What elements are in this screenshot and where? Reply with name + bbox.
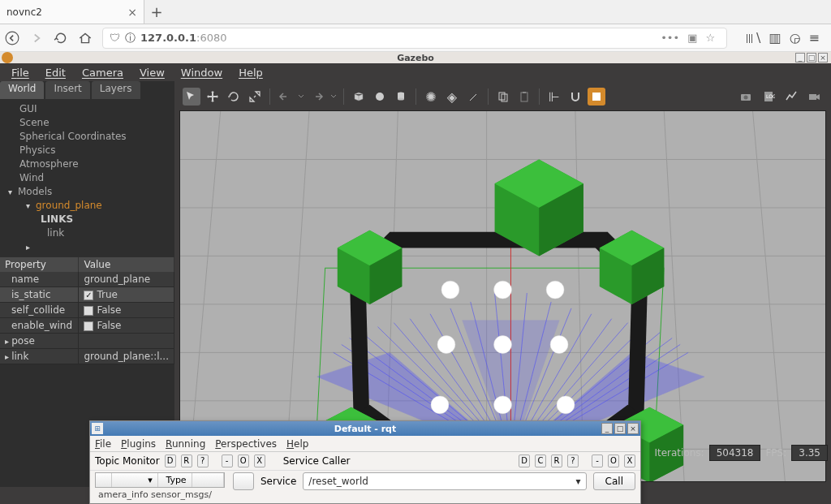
- tm-x-button[interactable]: X: [254, 454, 265, 467]
- prop-row-enable-wind[interactable]: enable_wind False: [0, 318, 174, 334]
- rqt-maximize[interactable]: □: [614, 423, 626, 434]
- sc-c-button[interactable]: C: [535, 454, 546, 467]
- tree-item-more[interactable]: [5, 240, 170, 254]
- spot-light[interactable]: ◈: [443, 88, 461, 106]
- tree-item-atmosphere[interactable]: Atmosphere: [5, 157, 170, 171]
- maximize-button[interactable]: □: [807, 53, 816, 62]
- call-button[interactable]: Call: [593, 472, 635, 490]
- prop-row-is-static[interactable]: is_static ✓True: [0, 287, 174, 303]
- box-primitive[interactable]: [350, 88, 368, 106]
- new-tab-button[interactable]: +: [144, 0, 169, 24]
- rqt-menu-plugins[interactable]: Plugins: [121, 438, 156, 450]
- world-tree[interactable]: GUI Scene Spherical Coordinates Physics …: [0, 99, 174, 257]
- menu-icon[interactable]: ≡: [809, 30, 820, 45]
- copy-button[interactable]: [494, 88, 512, 106]
- rqt-close[interactable]: ×: [627, 423, 639, 434]
- scale-tool[interactable]: [246, 88, 264, 106]
- prop-row-name[interactable]: name ground_plane: [0, 272, 174, 287]
- rqt-menu-file[interactable]: File: [95, 438, 111, 450]
- service-combo[interactable]: /reset_world ▾: [303, 472, 586, 490]
- record-icon[interactable]: [805, 88, 823, 106]
- prop-row-pose[interactable]: ▸ pose: [0, 334, 174, 349]
- redo-button[interactable]: [308, 88, 326, 106]
- camera-icon[interactable]: [737, 88, 755, 106]
- tree-item-physics[interactable]: Physics: [5, 144, 170, 157]
- checkbox-icon[interactable]: [84, 306, 93, 316]
- tree-item-ground-plane[interactable]: ground_plane: [5, 199, 170, 213]
- sc-r-button[interactable]: R: [551, 454, 562, 467]
- menu-file[interactable]: File: [3, 67, 37, 79]
- info-icon[interactable]: ⓘ: [125, 31, 136, 45]
- rqt-menu-perspectives[interactable]: Perspectives: [215, 438, 277, 450]
- rqt-minimize[interactable]: _: [601, 423, 613, 434]
- tree-item-spherical[interactable]: Spherical Coordinates: [5, 130, 170, 144]
- tm-d-button[interactable]: D: [165, 454, 176, 467]
- url-bar[interactable]: 🛡 ⓘ 127.0.0.1:6080 ••• ▣ ☆: [102, 28, 727, 49]
- menu-edit[interactable]: Edit: [37, 67, 74, 79]
- tm-row[interactable]: amera_info sensor_msgs/: [95, 488, 225, 502]
- tab-world[interactable]: World: [0, 81, 44, 99]
- window-close-button[interactable]: ×: [818, 53, 828, 62]
- plot-icon[interactable]: [782, 88, 800, 106]
- tree-item-gui[interactable]: GUI: [5, 102, 170, 116]
- cylinder-primitive[interactable]: [392, 88, 410, 106]
- tree-item-models[interactable]: Models: [5, 185, 170, 199]
- sc-min-button[interactable]: -: [592, 454, 603, 467]
- menu-camera[interactable]: Camera: [74, 67, 131, 79]
- sc-x-button[interactable]: X: [624, 454, 635, 467]
- directional-light[interactable]: ⟋: [464, 88, 482, 106]
- reload-button[interactable]: [54, 31, 68, 45]
- browser-tab[interactable]: novnc2 ×: [0, 0, 144, 24]
- tm-o-button[interactable]: O: [238, 454, 249, 467]
- close-icon[interactable]: ×: [127, 6, 137, 19]
- tree-item-scene[interactable]: Scene: [5, 116, 170, 130]
- reader-icon[interactable]: ▣: [687, 32, 697, 44]
- rqt-window[interactable]: ⊞ Default - rqt _ □ × File Plugins Runni…: [89, 420, 641, 504]
- checkbox-icon[interactable]: ✓: [84, 291, 93, 300]
- checkbox-icon[interactable]: [84, 321, 93, 331]
- log-icon[interactable]: LOG: [760, 88, 777, 106]
- undo-button[interactable]: [276, 88, 294, 106]
- rqt-menu-help[interactable]: Help: [286, 438, 308, 450]
- rotate-tool[interactable]: [225, 88, 243, 106]
- menu-window[interactable]: Window: [173, 67, 230, 79]
- home-button[interactable]: [78, 31, 93, 45]
- sc-d-button[interactable]: D: [519, 454, 530, 467]
- move-tool[interactable]: [204, 88, 222, 106]
- tab-layers[interactable]: Layers: [92, 81, 140, 99]
- forward-button[interactable]: [29, 31, 44, 45]
- point-light[interactable]: ✺: [422, 88, 440, 106]
- menu-help[interactable]: Help: [230, 67, 271, 79]
- tm-min-button[interactable]: -: [222, 454, 233, 467]
- redo-dropdown[interactable]: [329, 88, 338, 106]
- prop-row-link[interactable]: ▸ link ground_plane::l...: [0, 349, 174, 364]
- sphere-primitive[interactable]: [371, 88, 389, 106]
- magnet-button[interactable]: [566, 88, 584, 106]
- rqt-menu-running[interactable]: Running: [166, 438, 205, 450]
- tm-r-button[interactable]: R: [181, 454, 192, 467]
- pocket-icon[interactable]: ◶: [790, 30, 801, 45]
- library-icon[interactable]: ⫼\: [743, 30, 760, 45]
- gazebo-titlebar[interactable]: Gazebo _ □ ×: [0, 52, 831, 63]
- menu-view[interactable]: View: [131, 67, 173, 79]
- rqt-titlebar[interactable]: ⊞ Default - rqt _ □ ×: [90, 421, 640, 436]
- select-tool[interactable]: [183, 88, 200, 106]
- prop-row-self-collide[interactable]: self_collide False: [0, 303, 174, 318]
- paste-button[interactable]: [515, 88, 533, 106]
- snap-button[interactable]: ⊩: [545, 88, 563, 106]
- sc-help-button[interactable]: ?: [567, 454, 579, 467]
- tree-item-link[interactable]: link: [5, 226, 170, 240]
- tm-table-header[interactable]: ▾ Type: [95, 472, 225, 488]
- tm-help-button[interactable]: ?: [197, 454, 209, 467]
- refresh-button[interactable]: [233, 472, 254, 490]
- undo-dropdown[interactable]: [297, 88, 305, 106]
- star-icon[interactable]: ☆: [705, 32, 715, 44]
- back-button[interactable]: [5, 31, 19, 45]
- tab-insert[interactable]: Insert: [45, 81, 89, 99]
- sidebar-icon[interactable]: ▥: [769, 30, 781, 45]
- minimize-button[interactable]: _: [795, 53, 805, 62]
- selection-mode[interactable]: [588, 88, 605, 106]
- tree-item-wind[interactable]: Wind: [5, 171, 170, 185]
- meatball-icon[interactable]: •••: [661, 32, 679, 44]
- sc-o-button[interactable]: O: [608, 454, 619, 467]
